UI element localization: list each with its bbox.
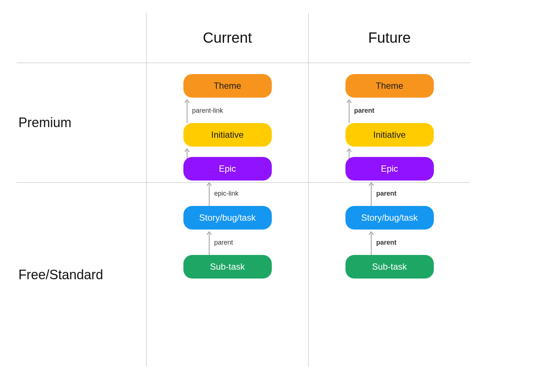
- arrow-subtask-to-story: parent: [206, 230, 250, 255]
- node-epic: Epic: [345, 157, 434, 181]
- node-theme: Theme: [345, 74, 434, 98]
- node-subtask: Sub-task: [183, 255, 272, 279]
- corner-empty: [17, 13, 146, 63]
- row-label-premium: Premium: [17, 63, 146, 182]
- link-label: parent: [214, 238, 233, 246]
- arrow-initiative-to-theme: parent: [345, 98, 390, 123]
- row-label-free: Free/Standard: [17, 182, 146, 367]
- node-story: Story/bug/task: [345, 206, 434, 230]
- link-label: parent-link: [192, 106, 223, 114]
- column-header-future: Future: [308, 13, 470, 63]
- node-initiative: Initiative: [345, 123, 434, 147]
- comparison-grid: Current Future Premium Theme parent-link…: [17, 13, 531, 367]
- cell-free-current: Epic epic-link Story/bug/task parent Sub…: [146, 182, 308, 367]
- node-subtask: Sub-task: [345, 255, 434, 279]
- node-initiative: Initiative: [183, 123, 272, 147]
- arrow-story-to-epic: epic-link: [206, 181, 250, 206]
- column-header-current: Current: [146, 13, 308, 63]
- arrow-initiative-to-theme: parent-link: [183, 98, 228, 123]
- arrow-subtask-to-story: parent: [368, 230, 412, 255]
- node-epic: Epic: [183, 157, 272, 181]
- link-label: parent: [376, 238, 397, 246]
- link-label: epic-link: [214, 189, 239, 197]
- arrow-story-to-epic: parent: [368, 181, 412, 206]
- cell-free-future: Epic parent Story/bug/task parent Sub-ta…: [308, 182, 470, 367]
- link-label: parent: [376, 189, 397, 197]
- node-theme: Theme: [183, 74, 272, 98]
- node-story: Story/bug/task: [183, 206, 272, 230]
- link-label: parent: [354, 106, 375, 114]
